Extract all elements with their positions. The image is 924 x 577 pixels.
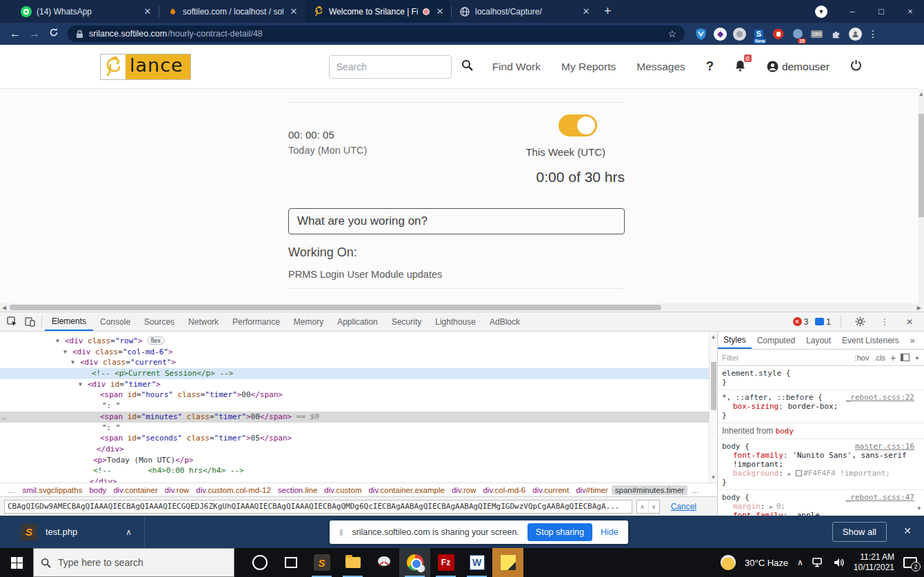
download-item[interactable]: S test.php — [21, 524, 77, 540]
hov-toggle[interactable]: :hov — [855, 354, 870, 362]
site-search-input[interactable] — [329, 55, 452, 79]
browser-tab-0[interactable]: (14) WhatsApp✕ — [12, 0, 159, 23]
styles-scroll-down[interactable]: ▼ — [916, 505, 922, 512]
search-icon[interactable] — [461, 59, 473, 74]
user-menu[interactable]: demouser — [767, 61, 830, 73]
maximize-button[interactable]: □ — [867, 0, 895, 23]
devtools-tab-console[interactable]: Console — [93, 313, 137, 330]
taskbar-clock[interactable]: 11:21 AM 10/11/2021 — [854, 552, 894, 573]
gray-extension-icon[interactable] — [733, 28, 746, 41]
styles-tab-layout[interactable]: Layout — [801, 332, 836, 348]
taskbar-explorer-icon[interactable] — [337, 548, 368, 577]
stylesheet-source-link[interactable]: master.css:16 — [855, 442, 914, 451]
shield-extension-icon[interactable] — [694, 28, 707, 41]
console-error-badge[interactable]: ✕3 — [793, 317, 809, 327]
code-line[interactable]: ▼<div class="row">flex — [0, 336, 709, 347]
tab-close-icon[interactable]: ✕ — [288, 6, 299, 17]
page-horizontal-scrollbar[interactable]: ◀ ▶ — [0, 303, 924, 312]
devtools-tab-performance[interactable]: Performance — [225, 313, 287, 330]
css-property[interactable]: box-sizing: border-box; — [722, 402, 920, 411]
taskbar-filezilla-icon[interactable]: Fz — [430, 548, 461, 577]
breadcrumb-item[interactable]: section.line — [274, 485, 321, 495]
breadcrumb-item[interactable]: div.row — [448, 485, 480, 495]
logout-power-icon[interactable] — [850, 59, 862, 74]
breadcrumb-item[interactable]: span#minutes.timer — [612, 485, 687, 495]
stylesheet-source-link[interactable]: _reboot.scss:22 — [846, 393, 914, 402]
style-rule[interactable]: body {_reboot.scss:47margin: ▶ 0;font-fa… — [718, 490, 924, 516]
address-bar[interactable]: srilance.softileo.com/hourly-contract-de… — [68, 26, 685, 42]
devtools-tab-sources[interactable]: Sources — [137, 313, 181, 330]
browser-menu-icon[interactable]: ⋮ — [868, 28, 878, 39]
crx-extension-icon[interactable]: CRX — [810, 28, 823, 41]
stop-sharing-button[interactable]: Stop sharing — [528, 523, 592, 541]
hide-sharing-link[interactable]: Hide — [601, 527, 619, 537]
devtools-tab-lighthouse[interactable]: Lighthouse — [428, 313, 483, 330]
bookmark-star-icon[interactable]: ☆ — [667, 28, 676, 39]
css-property[interactable]: margin: ▶ 0; — [722, 502, 920, 511]
inherited-body-link[interactable]: body — [775, 427, 794, 436]
devtools-tab-application[interactable]: Application — [330, 313, 385, 330]
css-property[interactable]: font-family: 'Nunito Sans', sans-serif !… — [722, 451, 920, 469]
expand-arrow-icon[interactable]: ▼ — [63, 347, 67, 358]
expand-arrow-icon[interactable]: ▼ — [56, 336, 59, 347]
find-next-icon[interactable]: ∨ — [648, 500, 659, 513]
taskbar-chrome-icon[interactable] — [399, 548, 430, 577]
devtools-menu-icon[interactable]: ⋮ — [876, 313, 894, 331]
devtools-settings-gear-icon[interactable] — [851, 313, 869, 331]
code-line[interactable]: </div> — [0, 476, 709, 483]
forward-button[interactable]: → — [25, 28, 44, 40]
color-swatch[interactable] — [796, 470, 802, 476]
tab-close-icon[interactable]: ✕ — [434, 6, 445, 17]
badge-25-extension-icon[interactable]: 25 — [791, 28, 804, 41]
media-controls-icon[interactable]: ▼ — [815, 6, 827, 18]
style-rule[interactable]: element.style {} — [718, 366, 924, 390]
devtools-tab-memory[interactable]: Memory — [287, 313, 330, 330]
breadcrumb-item[interactable]: div.custom.col-md-12 — [192, 485, 274, 495]
breadcrumb-ellipsis[interactable]: … — [4, 485, 19, 495]
expand-arrow-icon[interactable]: ▼ — [79, 379, 82, 390]
expand-arrow-icon[interactable]: ▼ — [71, 357, 74, 368]
new-tab-button[interactable]: + — [604, 4, 612, 19]
code-line[interactable]: …<span id="minutes" class="timer">00</sp… — [0, 412, 709, 423]
action-center-icon[interactable]: 2 — [903, 557, 917, 568]
styles-tab-event-listeners[interactable]: Event Listeners — [836, 332, 905, 348]
taskbar-snip-icon[interactable] — [368, 548, 399, 577]
tray-expand-icon[interactable]: ∧ — [797, 558, 803, 567]
find-previous-icon[interactable]: ∧ — [637, 500, 648, 513]
devtools-tab-security[interactable]: Security — [385, 313, 428, 330]
weather-icon[interactable] — [721, 555, 736, 570]
breadcrumb-item[interactable]: body — [86, 485, 110, 495]
nav-my-reports[interactable]: My Reports — [561, 61, 616, 73]
styles-tab-styles[interactable]: Styles — [718, 332, 752, 349]
puzzle-extensions-icon[interactable] — [830, 28, 843, 41]
tab-close-icon[interactable]: ✕ — [142, 6, 153, 17]
speaker-icon[interactable] — [834, 558, 845, 567]
devtools-tab-network[interactable]: Network — [181, 313, 225, 330]
console-message-badge[interactable]: 1 — [815, 317, 831, 327]
reload-button[interactable] — [44, 28, 63, 40]
code-line[interactable]: </div> — [0, 444, 709, 455]
code-line[interactable]: <p>Today (Mon UTC)</p> — [0, 455, 709, 466]
breadcrumb-item[interactable]: div.custom — [321, 485, 365, 495]
breadcrumb-item[interactable]: div#timer — [572, 485, 612, 495]
code-line-gutter[interactable]: … — [2, 412, 7, 423]
browser-tab-3[interactable]: localhost/Capture/✕ — [451, 0, 597, 23]
style-rule[interactable]: body {master.css:16font-family: 'Nunito … — [718, 439, 924, 490]
browser-tab-2[interactable]: Welcome to Srilance | Find D✕ — [305, 0, 451, 23]
find-cancel-link[interactable]: Cancel — [671, 502, 696, 512]
srilance-logo[interactable]: lance — [100, 54, 191, 80]
code-line[interactable]: ▼<div id="timer"> — [0, 379, 709, 390]
breadcrumb-item[interactable]: smil.svgclippaths — [19, 485, 86, 495]
styles-tabs-overflow-icon[interactable]: » — [905, 332, 921, 348]
style-rule[interactable]: *, ::after, ::before {_reboot.scss:22box… — [718, 390, 924, 423]
taskbar-notes-icon[interactable] — [492, 548, 523, 577]
code-line[interactable]: ": " — [0, 423, 709, 434]
taskbar-search[interactable]: Type here to search — [33, 548, 234, 577]
download-caret-icon[interactable]: ∧ — [125, 527, 132, 537]
page-vertical-scrollbar[interactable]: ▲ — [918, 90, 924, 303]
profile-avatar[interactable] — [849, 28, 862, 41]
show-all-downloads-button[interactable]: Show all — [832, 522, 887, 542]
nav-messages[interactable]: Messages — [636, 61, 685, 73]
breadcrumb-item[interactable]: div.col-md-6 — [479, 485, 529, 495]
cortana-button[interactable] — [244, 548, 275, 577]
